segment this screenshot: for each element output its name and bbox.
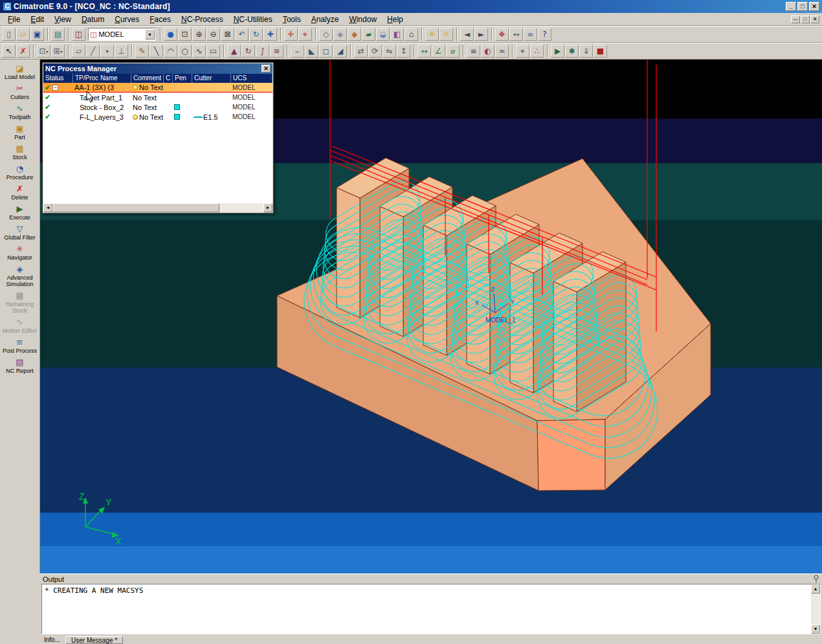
restore-button[interactable]: □ [797, 2, 808, 11]
sidebar-item-cutters[interactable]: ✂Cutters [0, 82, 39, 102]
pan-view[interactable]: ✚ [263, 28, 277, 41]
post-run[interactable]: ⇓ [579, 45, 593, 58]
sketcher[interactable]: ✎ [135, 45, 149, 58]
scroll-right-icon[interactable]: ► [263, 203, 272, 212]
perspective-view[interactable]: ⌂ [405, 28, 418, 41]
stop-process[interactable]: ■ [594, 45, 607, 58]
mdi-minimize-button[interactable]: — [791, 16, 800, 23]
abort-selection[interactable]: ✗ [16, 45, 30, 58]
measure-angle[interactable]: ∠ [432, 45, 445, 58]
close-button[interactable]: ✕ [809, 2, 819, 11]
machine-setup[interactable]: ✱ [565, 45, 579, 58]
menu-faces[interactable]: Faces [144, 14, 176, 25]
zoom-previous[interactable]: ↶ [235, 28, 249, 41]
tab-user-message[interactable]: User Message * [65, 636, 123, 644]
sidebar-item-nc-report[interactable]: ▤NC Report [0, 355, 39, 375]
column-header-comment[interactable]: Comment [131, 74, 164, 83]
selection-sets[interactable]: ⊞▾ [51, 45, 65, 58]
rectangle-tool[interactable]: ▭ [206, 45, 220, 58]
arc-tool[interactable]: ◠ [164, 45, 177, 58]
menu-help[interactable]: Help [382, 14, 408, 25]
section-view[interactable]: ◧ [390, 28, 404, 41]
context-help[interactable]: ? [538, 28, 551, 41]
nc-process-manager-window[interactable]: NC Process Manager ✕ StatusTP/Proc NameC… [42, 62, 274, 214]
sidebar-item-navigator[interactable]: ✳Navigator [0, 242, 39, 262]
menu-window[interactable]: Window [344, 14, 382, 25]
close-icon[interactable]: ✕ [261, 65, 271, 72]
link-document[interactable]: ∞ [524, 28, 537, 41]
scroll-up-icon[interactable]: ▲ [811, 584, 820, 594]
scroll-left-icon[interactable]: ◄ [43, 203, 52, 212]
previous-feature[interactable]: ◄ [460, 28, 474, 41]
display-filter[interactable]: ◫ [72, 28, 85, 41]
mdi-restore-button[interactable]: □ [801, 16, 810, 23]
datum-ucs[interactable]: ⊥ [115, 45, 128, 58]
next-feature[interactable]: ► [474, 28, 488, 41]
process-row[interactable]: ✔Stock - Box_2No TextMODEL [43, 102, 272, 112]
pin-icon[interactable] [813, 575, 819, 583]
column-header-cutter[interactable]: Cutter [192, 74, 231, 83]
process-row[interactable]: ✔F-L_Layers_3No TextE1.5MODEL [43, 112, 272, 122]
zoom-window[interactable]: ⊡ [178, 28, 192, 41]
scroll-down-icon[interactable]: ▼ [811, 625, 820, 634]
layers-manager[interactable]: ≡ [467, 45, 480, 58]
coordinate-input[interactable]: ∴ [530, 45, 544, 58]
shaded-display[interactable]: ● [164, 28, 177, 41]
output-log[interactable]: * CREATING A NEW MACSYS ▲ ▼ [41, 584, 821, 634]
scrollbar-thumb[interactable] [52, 203, 219, 212]
spline-tool[interactable]: ∿ [192, 45, 206, 58]
menu-nc-process[interactable]: NC-Process [176, 14, 228, 25]
column-header-status[interactable]: Status [43, 74, 73, 83]
circle-tool[interactable]: ○ [178, 45, 192, 58]
shell[interactable]: ◻ [319, 45, 333, 58]
menu-analyze[interactable]: Analyze [306, 14, 344, 25]
menu-edit[interactable]: Edit [25, 14, 49, 25]
new-file[interactable]: ▯ [2, 28, 16, 41]
shaded-edges-mode[interactable]: ▰ [362, 28, 375, 41]
sidebar-item-advanced-simulation[interactable]: ◈Advanced Simulation [0, 262, 39, 289]
fillet[interactable]: ⌣ [291, 45, 304, 58]
column-header-ucs[interactable]: UCS [231, 74, 272, 83]
views-manager[interactable]: ❖ [495, 28, 509, 41]
sidebar-item-execute[interactable]: ▶Execute [0, 202, 39, 222]
datum-axis[interactable]: ╱ [86, 45, 100, 58]
revolve[interactable]: ↻ [241, 45, 255, 58]
move-transform[interactable]: ⇄ [354, 45, 368, 58]
extrude[interactable]: ▲ [227, 45, 241, 58]
dynamic-rotate[interactable]: ↻ [249, 28, 263, 41]
process-row[interactable]: ✔Target Part_1No TextMODEL [43, 93, 272, 102]
loft[interactable]: ≋ [270, 45, 283, 58]
process-table-hscrollbar[interactable]: ◄ ► [43, 203, 272, 212]
snap-mode[interactable]: ⌖ [516, 45, 529, 58]
tab-info[interactable]: Info... [41, 636, 63, 644]
sidebar-item-delete[interactable]: ✗Delete [0, 182, 39, 202]
menu-file[interactable]: File [3, 14, 25, 25]
light-toggle[interactable]: ☀ [425, 28, 439, 41]
menu-view[interactable]: View [49, 14, 76, 25]
sidebar-item-toolpath[interactable]: ∿Toolpath [0, 102, 39, 122]
attributes[interactable]: ≍ [495, 45, 509, 58]
zoom-all[interactable]: ⊠ [221, 28, 234, 41]
scale-transform[interactable]: ↕ [397, 45, 410, 58]
menu-tools[interactable]: Tools [278, 14, 306, 25]
color-table[interactable]: ◐ [481, 45, 494, 58]
light-settings[interactable]: ☼ [439, 28, 453, 41]
sidebar-item-global-filter[interactable]: ▽Global Filter [0, 222, 39, 242]
rotate-transform[interactable]: ⟳ [368, 45, 382, 58]
column-header-pen[interactable]: Pen [173, 74, 192, 83]
line-tool[interactable]: ╲ [150, 45, 163, 58]
sidebar-item-stock[interactable]: ▦Stock [0, 142, 39, 162]
chevron-down-icon[interactable]: ▼ [145, 29, 155, 39]
open-file[interactable]: ▱ [16, 28, 30, 41]
nc-process-manager-titlebar[interactable]: NC Process Manager ✕ [43, 63, 272, 74]
sidebar-item-part[interactable]: ▣Part [0, 122, 39, 142]
menu-curves[interactable]: Curves [109, 14, 144, 25]
measure-tool[interactable]: ↔ [509, 28, 523, 41]
sidebar-item-procedure[interactable]: ◔Procedure [0, 162, 39, 182]
sidebar-item-post-process[interactable]: ≡Post Process [0, 335, 39, 355]
title-bar[interactable]: C CimatronE 9.0 - [NCO_NC : NC-Standard]… [0, 0, 822, 13]
datum-plane[interactable]: ▱ [72, 45, 85, 58]
draft[interactable]: ◢ [333, 45, 347, 58]
view-center[interactable]: ⌖ [298, 28, 312, 41]
sidebar-item-load-model[interactable]: ◪Load Model [0, 61, 39, 82]
